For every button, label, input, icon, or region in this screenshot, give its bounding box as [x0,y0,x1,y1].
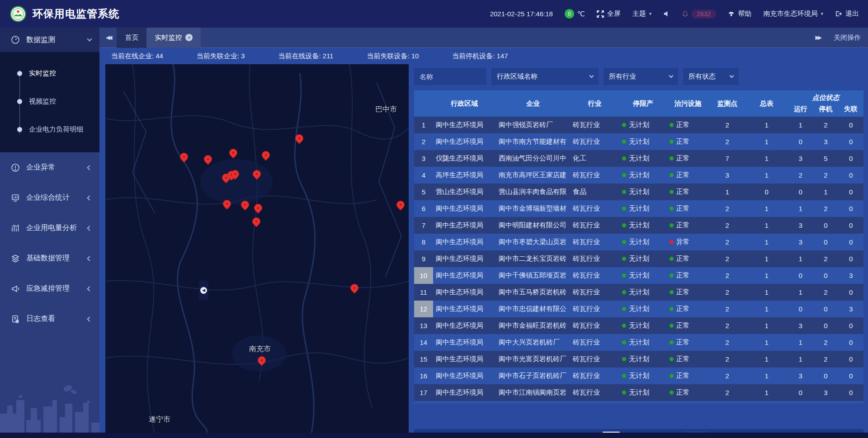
sidebar-item-基础数据管理[interactable]: 基础数据管理 [0,243,99,273]
sidebar-item-日志查看[interactable]: 日志查看 [0,304,99,334]
table-row[interactable]: 7 阆中生态环境局 阆中明阳建材有限公司 砖瓦行业 无计划 正常 2 1 3 0… [414,217,863,234]
sidebar-item-企业用电量分析[interactable]: 企业用电量分析 [0,213,99,243]
cell-industry: 砖瓦行业 [570,200,619,217]
chevron-down-icon [669,73,674,78]
cell-industry: 砖瓦行业 [570,250,619,267]
fullscreen-button[interactable]: 全屏 [597,9,621,18]
cell-facility-status: 正常 [667,250,709,267]
sidebar-item-数据监测[interactable]: 数据监测 [0,28,99,52]
sidebar-subitem-视频监控[interactable]: 视频监控 [0,87,99,115]
chevron-down-icon [590,73,594,78]
table-row[interactable]: 17 阆中生态环境局 阆中市江南镇阆南页岩 砖瓦行业 无计划 正常 2 1 0 … [414,384,863,401]
chevron-down-icon: ▾ [649,11,652,17]
cell-stop: 3 [813,384,839,401]
logout-button[interactable]: 退出 [835,9,859,18]
sidebar-item-label: 企业异常 [26,163,88,172]
cell-index: 15 [414,351,433,367]
map-roads-decoration [105,64,409,433]
sidebar-item-企业异常[interactable]: 企业异常 [0,152,99,183]
status-dot [670,391,674,395]
cell-industry: 砖瓦行业 [570,367,619,384]
table-row[interactable]: 15 阆中生态环境局 阆中市光富页岩机砖厂 砖瓦行业 无计划 正常 2 1 1 … [414,351,863,367]
cell-stop: 1 [813,184,839,200]
cell-company: 阆中市二龙长宝页岩砖 [496,250,570,267]
cell-stop: 2 [813,167,839,184]
sidebar-subitem-实时监控[interactable]: 实时监控 [0,59,99,87]
sidebar-item-企业综合统计[interactable]: 企业综合统计 [0,183,99,213]
stat-value: 147 [497,52,508,60]
table-row[interactable]: 2 阆中生态环境局 阆中市南方节能建材有 砖瓦行业 无计划 正常 2 1 0 3… [414,133,863,150]
chevron-down-icon: ▾ [821,11,823,17]
name-search-input[interactable] [414,68,486,85]
stat-item: 当前失联设备:10 [367,52,419,61]
table-row[interactable]: 12 阆中生态环境局 阆中市忠信建材有限公 砖瓦行业 无计划 正常 2 1 0 … [414,301,863,317]
table-row[interactable]: 4 高坪生态环境局 南充市高坪区王家店建 砖瓦行业 无计划 正常 3 1 2 2… [414,167,863,184]
tabs-scroll-right-button[interactable]: ▶▶ [809,34,826,41]
table-row[interactable]: 6 阆中生态环境局 阆中市金博瑞新型墙材 砖瓦行业 无计划 正常 2 1 1 2… [414,200,863,217]
table-row[interactable]: 14 阆中生态环境局 阆中大兴页岩机砖厂 砖瓦行业 无计划 正常 2 1 1 2… [414,334,863,351]
sidebar-subitem-企业电力负荷明细[interactable]: 企业电力负荷明细 [0,115,99,143]
status-dot [622,190,626,194]
cell-stop: 3 [813,133,839,150]
table-row[interactable]: 1 阆中生态环境局 阆中强锐页岩砖厂 砖瓦行业 无计划 正常 2 1 1 2 0 [414,117,863,133]
table-row[interactable]: 13 阆中生态环境局 阆中市金福旺页岩机砖 砖瓦行业 无计划 正常 2 1 3 … [414,317,863,334]
table-row[interactable]: 11 阆中生态环境局 阆中市五马桥页岩机砖 砖瓦行业 无计划 正常 2 1 1 … [414,284,863,301]
cell-meters: 1 [745,250,788,267]
help-button[interactable]: 帮助 [728,9,751,18]
app-header: 环保用电监管系统 2021-02-25 17:46:18 0 ℃ 全屏 主题▾ [0,0,868,28]
cell-lost: 0 [838,133,863,150]
tab-label: 首页 [125,33,138,42]
notification-badge[interactable]: 2632 [682,9,716,19]
cell-index: 10 [414,267,433,284]
table-row[interactable]: 8 阆中生态环境局 阆中市枣碧大梁山页岩 砖瓦行业 无计划 异常 2 1 3 0… [414,234,863,250]
sidebar-item-label: 企业综合统计 [26,193,88,203]
cell-company: 阆中大兴页岩机砖厂 [496,334,570,351]
sidebar-collapse-handle[interactable]: ◀ [199,280,208,300]
cell-region: 阆中生态环境局 [433,200,496,217]
mute-button[interactable] [663,10,670,17]
stat-value: 10 [411,52,419,60]
table-row[interactable]: 3 仪陇生态环境局 西南油气田分公司川中 化工 无计划 正常 7 1 3 5 0 [414,150,863,167]
cell-region: 阆中生态环境局 [433,217,496,234]
sidebar-subitem-label: 实时监控 [29,69,56,78]
col-header-run: 运行 [788,103,813,115]
tab-首页[interactable]: 首页 [117,28,146,48]
sidebar-subitem-label: 企业电力负荷明细 [29,125,83,134]
region-select[interactable]: 行政区域名称 [491,68,599,85]
close-icon[interactable]: × [185,34,193,41]
status-dot [670,290,674,294]
status-dot [622,140,626,144]
status-dot [670,190,674,194]
stat-value: 211 [323,52,334,60]
table-row[interactable]: 10 阆中生态环境局 阆中千佛镇五郎垭页岩 砖瓦行业 无计划 正常 2 1 0 … [414,267,863,284]
cell-points: 2 [709,250,745,267]
table-row[interactable]: 18 南部生态环境局 南部县建兴页岩砖厂 砖瓦行业 无计划 正常 2 1 0 0… [414,401,863,404]
table-row[interactable]: 9 阆中生态环境局 阆中市二龙长宝页岩砖 砖瓦行业 无计划 正常 2 1 1 2… [414,250,863,267]
cell-stop: 0 [813,234,839,250]
user-dropdown[interactable]: 南充市生态环境局▾ [763,9,823,18]
tabs-scroll-left-button[interactable]: ◀◀ [99,34,117,41]
cell-stop: 0 [813,267,839,284]
cell-meters: 1 [745,401,788,404]
sidebar-item-应急减排管理[interactable]: 应急减排管理 [0,273,99,304]
industry-select[interactable]: 所有行业 [604,68,678,85]
main-content: 当前在线企业:44当前失联企业:3当前在线设备:211当前失联设备:10当前停机… [99,48,868,433]
status-dot [622,374,626,378]
map-panel[interactable]: 巴中市南充市遂宁市 [105,64,409,433]
cell-index: 5 [414,184,433,200]
table-row[interactable]: 5 营山生态环境局 营山县润丰肉食品有限 食品 无计划 正常 1 0 0 1 0 [414,184,863,200]
table-row[interactable]: 16 阆中生态环境局 阆中市石子页岩机砖厂 砖瓦行业 无计划 正常 2 1 3 … [414,367,863,384]
cell-lost: 0 [838,351,863,367]
cell-limit-status: 无计划 [619,351,666,367]
stats-bar: 当前在线企业:44当前失联企业:3当前在线设备:211当前失联设备:10当前停机… [99,48,868,64]
cell-points: 1 [709,184,745,200]
theme-dropdown[interactable]: 主题▾ [632,9,652,18]
status-select[interactable]: 所有状态 [683,68,739,85]
close-operations-button[interactable]: 关闭操作 [834,33,861,42]
tab-实时监控[interactable]: 实时监控 × [146,28,201,48]
chevron-down-icon [87,36,92,41]
cell-meters: 1 [745,284,788,301]
status-dot [622,173,626,177]
cell-region: 阆中生态环境局 [433,284,496,301]
status-dot [622,123,626,127]
